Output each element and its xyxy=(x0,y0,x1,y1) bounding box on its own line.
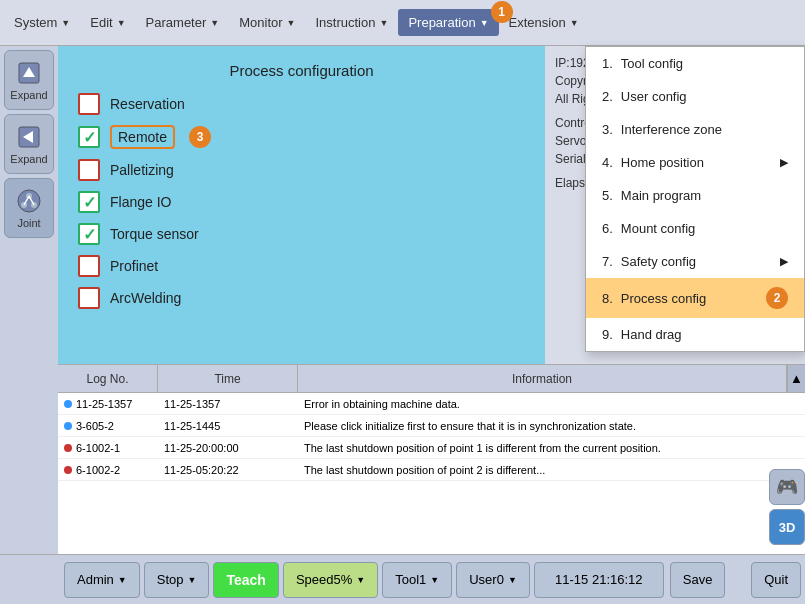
item-number: 3. xyxy=(602,122,613,137)
checkbox-torque-sensor[interactable]: Torque sensor xyxy=(78,223,525,245)
log-text: Please click initialize first to ensure … xyxy=(298,415,805,436)
sidebar: Expand Expand Joint xyxy=(0,46,58,554)
chevron-right-icon: ▶ xyxy=(780,255,788,268)
checkbox-reservation[interactable]: Reservation xyxy=(78,93,525,115)
dropdown-item-1[interactable]: 1. Tool config xyxy=(586,47,804,80)
menu-monitor[interactable]: Monitor ▼ xyxy=(229,9,305,36)
dropdown-item-5[interactable]: 5. Main program xyxy=(586,179,804,212)
item-label: Mount config xyxy=(621,221,695,236)
chevron-down-icon: ▼ xyxy=(210,18,219,28)
palletizing-checkbox[interactable] xyxy=(78,159,100,181)
chevron-down-icon: ▼ xyxy=(61,18,70,28)
dropdown-item-7[interactable]: 7. Safety config ▶ xyxy=(586,245,804,278)
log-time: 11-25-1357 xyxy=(158,393,298,414)
log-row: 6-1002-1 11-25-20:00:00 The last shutdow… xyxy=(58,437,805,459)
menu-instruction[interactable]: Instruction ▼ xyxy=(306,9,399,36)
dropdown-item-8[interactable]: 8. Process config 2 xyxy=(586,278,804,318)
chevron-down-icon: ▼ xyxy=(188,575,197,585)
chevron-down-icon: ▼ xyxy=(508,575,517,585)
item-number: 4. xyxy=(602,155,613,170)
status-state[interactable]: Stop ▼ xyxy=(144,562,210,598)
flangeio-checkbox[interactable] xyxy=(78,191,100,213)
menu-bar: System ▼ Edit ▼ Parameter ▼ Monitor ▼ In… xyxy=(0,0,805,46)
log-col-number: Log No. xyxy=(58,365,158,392)
chevron-down-icon: ▼ xyxy=(356,575,365,585)
status-user[interactable]: Admin ▼ xyxy=(64,562,140,598)
item-number: 1. xyxy=(602,56,613,71)
save-button[interactable]: Save xyxy=(670,562,726,598)
status-datetime: 11-15 21:16:12 xyxy=(534,562,664,598)
blue-dot-icon xyxy=(64,400,72,408)
dropdown-item-2[interactable]: 2. User config xyxy=(586,80,804,113)
status-speed[interactable]: Speed5% ▼ xyxy=(283,562,378,598)
log-scroll-up[interactable]: ▲ xyxy=(787,365,805,392)
item-number: 8. xyxy=(602,291,613,306)
log-col-time: Time xyxy=(158,365,298,392)
blue-dot-icon xyxy=(64,422,72,430)
menu-edit[interactable]: Edit ▼ xyxy=(80,9,135,36)
preparation-dropdown: 1. Tool config 2. User config 3. Interfe… xyxy=(585,46,805,352)
quit-button[interactable]: Quit xyxy=(751,562,801,598)
status-user2[interactable]: User0 ▼ xyxy=(456,562,530,598)
menu-preparation[interactable]: Preparation ▼ 1 xyxy=(398,9,498,36)
right-icons: 🎮 3D xyxy=(765,465,805,549)
red-dot-icon xyxy=(64,444,72,452)
threed-icon-btn[interactable]: 3D xyxy=(769,509,805,545)
checkbox-arcwelding[interactable]: ArcWelding xyxy=(78,287,525,309)
status-teach[interactable]: Teach xyxy=(213,562,278,598)
log-number: 6-1002-1 xyxy=(58,437,158,458)
log-text: Error in obtaining machine data. xyxy=(298,393,805,414)
log-number: 3-605-2 xyxy=(58,415,158,436)
log-area: Log No. Time Information ▲ 11-25-1357 11… xyxy=(58,364,805,554)
dropdown-item-6[interactable]: 6. Mount config xyxy=(586,212,804,245)
process-config-panel: Process configuration Reservation Remote… xyxy=(58,46,545,364)
profinet-checkbox[interactable] xyxy=(78,255,100,277)
item-number: 6. xyxy=(602,221,613,236)
badge-1: 1 xyxy=(491,1,513,23)
log-time: 11-25-20:00:00 xyxy=(158,437,298,458)
status-tool[interactable]: Tool1 ▼ xyxy=(382,562,452,598)
log-entries: 11-25-1357 11-25-1357 Error in obtaining… xyxy=(58,393,805,555)
dropdown-item-4[interactable]: 4. Home position ▶ xyxy=(586,146,804,179)
sidebar-expand-left[interactable]: Expand xyxy=(4,114,54,174)
log-time: 11-25-05:20:22 xyxy=(158,459,298,480)
log-row: 6-1002-2 11-25-05:20:22 The last shutdow… xyxy=(58,459,805,481)
remote-checkbox[interactable] xyxy=(78,126,100,148)
chevron-down-icon: ▼ xyxy=(430,575,439,585)
arcwelding-checkbox[interactable] xyxy=(78,287,100,309)
chevron-right-icon: ▶ xyxy=(780,156,788,169)
item-label: Main program xyxy=(621,188,701,203)
checkbox-flange-io[interactable]: Flange IO xyxy=(78,191,525,213)
dropdown-item-3[interactable]: 3. Interference zone xyxy=(586,113,804,146)
badge-2: 2 xyxy=(766,287,788,309)
menu-system[interactable]: System ▼ xyxy=(4,9,80,36)
item-number: 9. xyxy=(602,327,613,342)
item-label: Hand drag xyxy=(621,327,682,342)
process-config-title: Process configuration xyxy=(78,62,525,79)
checkbox-profinet[interactable]: Profinet xyxy=(78,255,525,277)
expand-left-icon xyxy=(15,123,43,151)
checkbox-palletizing[interactable]: Palletizing xyxy=(78,159,525,181)
log-number: 6-1002-2 xyxy=(58,459,158,480)
sidebar-expand-up[interactable]: Expand xyxy=(4,50,54,110)
chevron-down-icon: ▼ xyxy=(117,18,126,28)
item-number: 7. xyxy=(602,254,613,269)
checkbox-remote[interactable]: Remote 3 xyxy=(78,125,525,149)
joint-icon xyxy=(15,187,43,215)
log-number: 11-25-1357 xyxy=(58,393,158,414)
item-number: 2. xyxy=(602,89,613,104)
item-number: 5. xyxy=(602,188,613,203)
chevron-down-icon: ▼ xyxy=(570,18,579,28)
camera-icon-btn[interactable]: 🎮 xyxy=(769,469,805,505)
reservation-checkbox[interactable] xyxy=(78,93,100,115)
sidebar-joint[interactable]: Joint xyxy=(4,178,54,238)
log-row: 11-25-1357 11-25-1357 Error in obtaining… xyxy=(58,393,805,415)
item-label: Home position xyxy=(621,155,704,170)
dropdown-item-9[interactable]: 9. Hand drag xyxy=(586,318,804,351)
menu-parameter[interactable]: Parameter ▼ xyxy=(136,9,230,36)
torque-sensor-checkbox[interactable] xyxy=(78,223,100,245)
chevron-down-icon: ▼ xyxy=(379,18,388,28)
chevron-down-icon: ▼ xyxy=(118,575,127,585)
log-text: The last shutdown position of point 1 is… xyxy=(298,437,805,458)
log-col-info: Information xyxy=(298,365,787,392)
